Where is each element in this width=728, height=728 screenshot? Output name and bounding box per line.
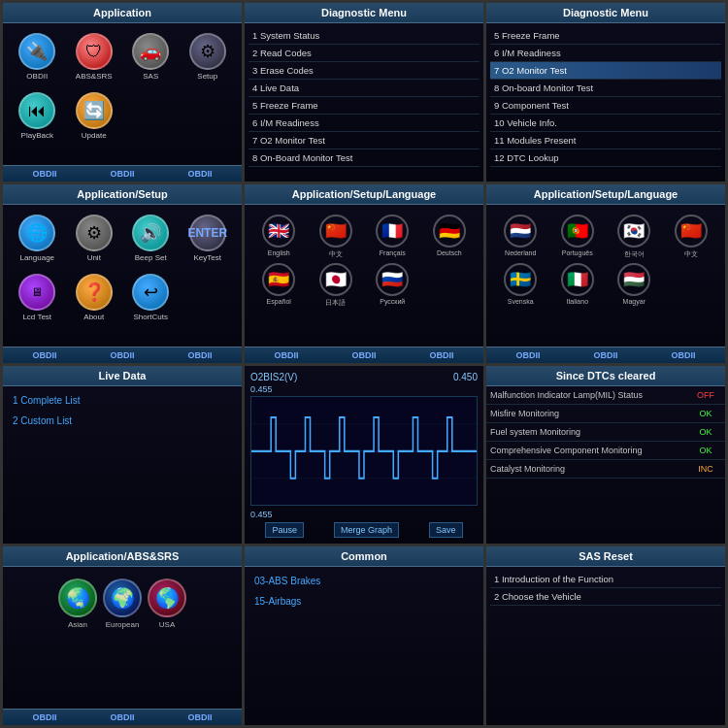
lcdtest-item[interactable]: 🖥 Lcd Test — [11, 274, 64, 321]
graph-low: 0.455 — [250, 510, 478, 519]
menu-item-4[interactable]: 4 Live Data — [248, 80, 480, 97]
sas-item-1[interactable]: 1 Introduction of the Function — [490, 571, 721, 588]
lang1-footer-2[interactable]: OBDII — [351, 350, 376, 360]
european-globe[interactable]: 🌍 European — [103, 579, 142, 629]
menu-item-5[interactable]: 5 Freeze Frame — [248, 97, 480, 115]
common-item-1[interactable]: 03-ABS Brakes — [248, 571, 480, 591]
menu-item-1[interactable]: 1 System Status — [248, 27, 480, 45]
status-row-misfire: Misfire Monitoring OK — [486, 405, 725, 423]
dm2-item-6[interactable]: 10 Vehicle Info. — [490, 115, 721, 132]
graph-header: O2BIS2(V) 0.450 — [250, 372, 478, 382]
flag-japanese[interactable]: 🇯🇵 日本語 — [310, 263, 363, 308]
comprehensive-label: Comprehensive Component Monitoring — [486, 442, 686, 459]
sas-item-2[interactable]: 2 Choose the Vehicle — [490, 588, 721, 606]
usa-globe[interactable]: 🌎 USA — [148, 579, 186, 629]
pause-button[interactable]: Pause — [265, 522, 304, 538]
flag-hungarian[interactable]: 🇭🇺 Magyar — [608, 263, 661, 305]
beep-item[interactable]: 🔊 Beep Set — [124, 215, 178, 262]
unit-item[interactable]: ⚙ Unit — [68, 215, 121, 262]
application-title: Application — [3, 3, 242, 23]
lang2-footer: OBDII OBDII OBDII — [486, 347, 725, 363]
diagnostic-menu-1-title: Diagnostic Menu — [245, 3, 483, 23]
live-data-item-1[interactable]: 1 Complete List — [7, 390, 238, 411]
abs-footer-3[interactable]: OBDII — [187, 712, 212, 722]
update-icon-item[interactable]: 🔄 Update — [68, 92, 121, 140]
abs-footer-2[interactable]: OBDII — [110, 712, 134, 722]
save-button[interactable]: Save — [429, 522, 463, 538]
footer-btn-2[interactable]: OBDII — [110, 169, 134, 179]
setup-footer-2[interactable]: OBDII — [110, 350, 134, 360]
menu-item-8[interactable]: 8 On-Board Monitor Test — [248, 149, 480, 167]
abs-srs-icon-item[interactable]: 🛡 ABS&SRS — [68, 33, 121, 81]
flag-korean[interactable]: 🇰🇷 한국어 — [608, 215, 661, 259]
setup-footer-1[interactable]: OBDII — [32, 350, 56, 360]
flag-dutch[interactable]: 🇳🇱 Nederland — [494, 215, 547, 259]
menu-item-3[interactable]: 3 Erase Codes — [248, 62, 480, 80]
flag-english[interactable]: 🇬🇧 English — [252, 215, 306, 259]
sas-reset-panel: SAS Reset 1 Introduction of the Function… — [486, 546, 725, 725]
comprehensive-value: OK — [686, 442, 725, 459]
flag-portuguese[interactable]: 🇵🇹 Português — [551, 215, 605, 259]
lang1-footer: OBDII OBDII OBDII — [245, 347, 483, 363]
diagnostic-menu-2-title: Diagnostic Menu — [486, 3, 725, 23]
menu-item-6[interactable]: 6 I/M Readiness — [248, 115, 480, 132]
usa-globe-icon: 🌎 — [148, 579, 186, 617]
dm2-item-8[interactable]: 12 DTC Lookup — [490, 149, 721, 167]
language-item[interactable]: 🌐 Language — [11, 215, 64, 262]
sas-icon-item[interactable]: 🚗 SAS — [124, 33, 178, 81]
application-panel: Application 🔌 OBDII 🛡 ABS&SRS 🚗 SAS ⚙ Se… — [3, 3, 242, 182]
dm2-item-5[interactable]: 9 Component Test — [490, 97, 721, 115]
lang1-footer-3[interactable]: OBDII — [429, 350, 453, 360]
flag-italian[interactable]: 🇮🇹 Italiano — [551, 263, 605, 305]
footer-btn-1[interactable]: OBDII — [32, 169, 56, 179]
status-row-catalyst: Catalyst Monitoring INC — [486, 460, 725, 479]
flag-japanese-label: 日本語 — [325, 298, 346, 308]
dm2-item-1[interactable]: 5 Freeze Frame — [490, 27, 721, 45]
flag-chinese2[interactable]: 🇨🇳 中文 — [665, 215, 718, 259]
lang2-footer-1[interactable]: OBDII — [515, 350, 540, 360]
keytest-item[interactable]: ENTER KeyTest — [182, 215, 235, 262]
dm2-item-7[interactable]: 11 Modules Present — [490, 132, 721, 149]
language-2-title: Application/Setup/Language — [486, 184, 725, 205]
usa-label: USA — [159, 620, 175, 629]
abs-footer-1[interactable]: OBDII — [32, 712, 56, 722]
dm2-item-3[interactable]: 7 O2 Monitor Test — [490, 62, 721, 80]
menu-item-7[interactable]: 7 O2 Monitor Test — [248, 132, 480, 149]
common-item-2[interactable]: 15-Airbags — [248, 591, 480, 612]
flag-swedish[interactable]: 🇸🇪 Svenska — [494, 263, 547, 305]
lang1-footer-1[interactable]: OBDII — [274, 350, 298, 360]
menu-item-2[interactable]: 2 Read Codes — [248, 45, 480, 62]
app-setup-panel: Application/Setup 🌐 Language ⚙ Unit 🔊 Be… — [3, 184, 242, 363]
lang2-footer-3[interactable]: OBDII — [671, 350, 695, 360]
asian-globe[interactable]: 🌏 Asian — [58, 579, 97, 629]
dm2-item-2[interactable]: 6 I/M Readiness — [490, 45, 721, 62]
lang2-footer-2[interactable]: OBDII — [593, 350, 617, 360]
dm2-item-4[interactable]: 8 On-board Monitor Test — [490, 80, 721, 97]
flags-grid-1: 🇬🇧 English 🇨🇳 中文 🇫🇷 Français 🇩🇪 Deutsch — [248, 209, 480, 314]
shortcuts-item[interactable]: ↩ ShortCuts — [124, 274, 178, 321]
flag-german[interactable]: 🇩🇪 Deutsch — [423, 215, 477, 259]
live-data-item-2[interactable]: 2 Custom List — [7, 411, 238, 431]
beep-icon: 🔊 — [132, 215, 169, 251]
footer-btn-3[interactable]: OBDII — [187, 169, 212, 179]
graph-controls: Pause Merge Graph Save — [250, 522, 478, 538]
merge-graph-button[interactable]: Merge Graph — [334, 522, 399, 538]
flag-chinese[interactable]: 🇨🇳 中文 — [310, 215, 363, 259]
diagnostic-menu-2-content: 5 Freeze Frame 6 I/M Readiness 7 O2 Moni… — [486, 23, 725, 182]
diagnostic-menu-2-panel: Diagnostic Menu 5 Freeze Frame 6 I/M Rea… — [486, 3, 725, 182]
setup-icon-item[interactable]: ⚙ Setup — [182, 33, 235, 81]
european-label: European — [106, 620, 140, 629]
flag-italian-label: Italiano — [566, 298, 588, 305]
language-2-content: 🇳🇱 Nederland 🇵🇹 Português 🇰🇷 한국어 🇨🇳 中文 � — [486, 205, 725, 347]
playback-icon-item[interactable]: ⏮ PlayBack — [11, 92, 64, 140]
flag-russian[interactable]: 🇷🇺 Русский — [366, 263, 419, 308]
lcdtest-icon: 🖥 — [18, 274, 55, 311]
about-item[interactable]: ❓ About — [68, 274, 121, 321]
flag-spanish[interactable]: 🇪🇸 Español — [252, 263, 306, 308]
setup-footer-3[interactable]: OBDII — [187, 350, 212, 360]
flag-french[interactable]: 🇫🇷 Français — [366, 215, 419, 259]
globe-icons: 🌏 Asian 🌍 European 🌎 USA — [7, 571, 238, 637]
lcdtest-label: Lcd Test — [22, 313, 51, 321]
european-globe-icon: 🌍 — [103, 579, 142, 617]
obdii-icon-item[interactable]: 🔌 OBDII — [11, 33, 64, 81]
